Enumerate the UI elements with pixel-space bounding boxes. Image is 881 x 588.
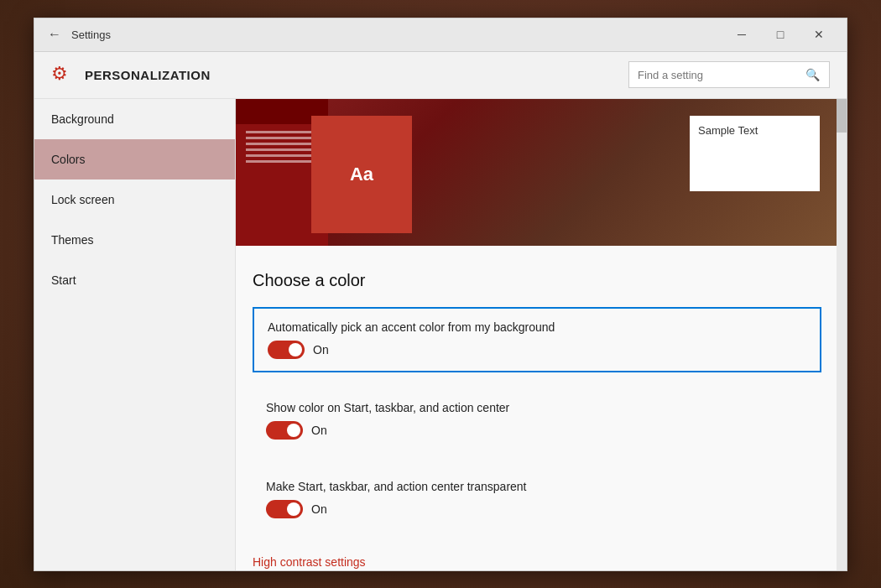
high-contrast-link[interactable]: High contrast settings <box>253 555 366 569</box>
preview-sample-text: Sample Text <box>698 124 758 137</box>
close-button[interactable]: ✕ <box>800 21 838 48</box>
scrollbar-thumb[interactable] <box>837 99 847 133</box>
preview-window: Aa <box>311 116 412 233</box>
auto-accent-toggle-row: On <box>268 341 806 359</box>
main-area: Background Colors Lock screen Themes Sta… <box>34 99 847 570</box>
show-color-toggle[interactable] <box>266 421 303 440</box>
titlebar: ← Settings ─ □ ✕ <box>34 18 847 52</box>
app-header: ⚙ PERSONALIZATION 🔍 <box>34 52 847 99</box>
sidebar-item-start[interactable]: Start <box>34 260 235 300</box>
preview-aa-label: Aa <box>350 164 373 185</box>
titlebar-controls: ─ □ ✕ <box>722 21 838 48</box>
taskbar-line-5 <box>246 154 318 157</box>
show-color-toggle-row: On <box>266 421 808 440</box>
show-color-label: Show color on Start, taskbar, and action… <box>266 401 808 414</box>
scrollbar[interactable] <box>837 99 847 570</box>
search-icon[interactable]: 🔍 <box>805 68 820 81</box>
taskbar-line-6 <box>246 160 318 163</box>
auto-accent-toggle-knob <box>289 343 302 356</box>
sidebar-item-background[interactable]: Background <box>34 99 235 139</box>
auto-accent-toggle[interactable] <box>268 341 305 359</box>
auto-accent-toggle-state: On <box>313 343 329 356</box>
back-button[interactable]: ← <box>43 23 66 46</box>
sidebar-item-lockscreen[interactable]: Lock screen <box>34 180 235 220</box>
sidebar-item-themes[interactable]: Themes <box>34 220 235 260</box>
settings-content: Choose a color Automatically pick an acc… <box>236 246 847 570</box>
content-area: Aa Sample Text Choose a color Automatica… <box>236 99 847 570</box>
transparent-toggle-state: On <box>311 502 327 516</box>
maximize-button[interactable]: □ <box>761 21 800 48</box>
transparent-label: Make Start, taskbar, and action center t… <box>266 480 808 493</box>
taskbar-line-2 <box>246 137 318 139</box>
window-title: Settings <box>71 29 111 41</box>
app-title: PERSONALIZATION <box>85 68 211 82</box>
preview-area: Aa Sample Text <box>236 99 837 246</box>
transparent-toggle-knob <box>287 502 300 516</box>
auto-accent-label: Automatically pick an accent color from … <box>268 320 806 334</box>
taskbar-line-1 <box>246 131 318 133</box>
auto-accent-option: Automatically pick an accent color from … <box>253 307 821 372</box>
show-color-option: Show color on Start, taskbar, and action… <box>253 389 821 451</box>
search-box[interactable]: 🔍 <box>628 61 830 88</box>
gear-icon: ⚙ <box>51 63 75 86</box>
transparent-toggle-row: On <box>266 500 808 518</box>
sidebar-item-colors[interactable]: Colors <box>34 139 235 180</box>
minimize-button[interactable]: ─ <box>722 21 761 48</box>
show-color-toggle-knob <box>287 424 300 437</box>
show-color-toggle-state: On <box>311 424 327 437</box>
transparent-toggle[interactable] <box>266 500 303 518</box>
section-title: Choose a color <box>253 271 821 290</box>
taskbar-line-3 <box>246 143 318 145</box>
settings-window: ← Settings ─ □ ✕ ⚙ PERSONALIZATION 🔍 <box>34 18 847 571</box>
search-input[interactable] <box>638 69 805 81</box>
transparent-option: Make Start, taskbar, and action center t… <box>253 468 821 530</box>
sidebar: Background Colors Lock screen Themes Sta… <box>34 99 236 570</box>
preview-sample-text-box: Sample Text <box>690 116 820 191</box>
taskbar-line-4 <box>246 148 318 151</box>
